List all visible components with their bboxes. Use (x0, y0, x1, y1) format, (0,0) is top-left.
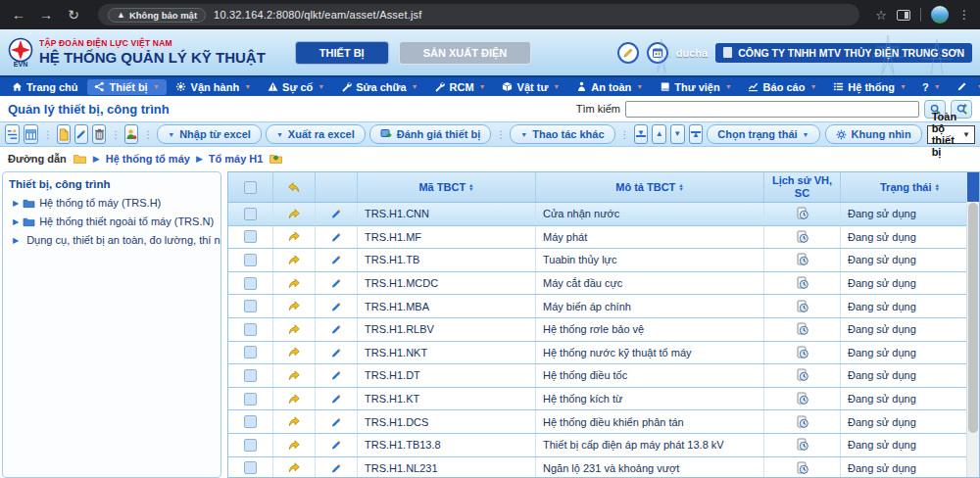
history-cell[interactable] (764, 272, 841, 295)
history-cell[interactable] (764, 410, 841, 433)
note-icon[interactable] (617, 42, 639, 64)
history-cell[interactable] (764, 318, 841, 341)
tree-item[interactable]: ▶ Hệ thống tổ máy (TRS.H) (13, 197, 215, 209)
history-cell[interactable] (764, 434, 841, 456)
table-row[interactable]: TRS.H1.TB13.8 Thiết bị cấp điện áp máy p… (228, 434, 966, 457)
goto-cell[interactable] (273, 434, 316, 456)
collapse-all-down-icon[interactable]: ▲ (689, 124, 704, 144)
tree-view-icon[interactable] (5, 124, 20, 144)
expand-caret-icon[interactable]: ▶ (13, 199, 19, 208)
table-row[interactable]: TRS.H1.DT Hệ thống điều tốc Đang sử dụng (228, 364, 966, 388)
table-row[interactable]: TRS.H1.MF Máy phát Đang sử dụng (228, 226, 966, 250)
row-checkbox-cell[interactable] (228, 249, 273, 271)
row-checkbox[interactable] (244, 300, 257, 312)
address-bar[interactable]: ▲Không bảo mật 10.32.164.2:8080/qlkt/eam… (98, 4, 859, 25)
row-checkbox[interactable] (244, 461, 257, 474)
tree-item[interactable]: ▶ Dụng cụ, thiết bị an toàn, đo lường, t… (13, 234, 215, 246)
delete-icon[interactable] (92, 124, 106, 144)
history-cell[interactable] (764, 249, 841, 271)
table-row[interactable]: TRS.H1.NL231 Ngăn lộ 231 và khoảng vượt … (228, 457, 966, 478)
sort-icon[interactable]: ▲▼ (468, 183, 473, 192)
history-cell[interactable] (764, 203, 841, 225)
row-checkbox-cell[interactable] (228, 388, 273, 410)
header-code[interactable]: Mã TBCT▲▼ (358, 172, 536, 202)
table-scrollbar[interactable] (966, 172, 979, 477)
collapse-all-up-icon[interactable]: ▼ (634, 124, 649, 144)
row-checkbox-cell[interactable] (228, 318, 273, 341)
history-cell[interactable] (764, 364, 841, 387)
move-up-icon[interactable]: ▲ (652, 124, 666, 144)
sort-icon[interactable]: ▲▼ (678, 183, 683, 192)
browser-forward-icon[interactable]: → (37, 7, 55, 23)
edit-cell[interactable] (316, 457, 358, 478)
url-text[interactable]: 10.32.164.2:8080/qlkt/eam/asset/Asset.js… (214, 9, 421, 21)
edit-cell[interactable] (316, 226, 358, 249)
nav-item-trang-ch-[interactable]: Trang chủ (4, 79, 85, 95)
edit-cell[interactable] (316, 318, 358, 341)
table-row[interactable]: TRS.H1.MCDC Máy cắt đầu cực Đang sử dụng (228, 272, 966, 296)
goto-cell[interactable] (273, 295, 316, 317)
search-input[interactable] (625, 101, 919, 118)
assess-equipment-button[interactable]: Đánh giá thiết bị (369, 124, 492, 144)
nav-item-b-o-c-o[interactable]: Báo cáo ▼ (741, 79, 824, 95)
table-row[interactable]: TRS.H1.MBA Máy biến áp chính Đang sử dụn… (228, 295, 966, 318)
bookmark-star-icon[interactable]: ☆ (875, 8, 887, 23)
history-cell[interactable] (764, 457, 841, 478)
goto-cell[interactable] (273, 410, 316, 433)
folder-icon[interactable] (73, 153, 87, 165)
nav-item-h-th-ng[interactable]: Hệ thống ▼ (825, 79, 913, 95)
goto-cell[interactable] (273, 388, 316, 410)
folder-marker-icon[interactable] (269, 153, 283, 165)
nav-item-th-vi-n[interactable]: Thư viện ▼ (652, 79, 738, 95)
other-actions-button[interactable]: ▼Thao tác khác (510, 124, 614, 144)
import-excel-button[interactable]: ▼Nhập từ excel (157, 124, 262, 144)
row-checkbox-cell[interactable] (228, 457, 273, 478)
history-cell[interactable] (764, 295, 841, 317)
row-checkbox-cell[interactable] (228, 272, 273, 295)
edit-cell[interactable] (316, 410, 358, 433)
profile-avatar[interactable] (931, 6, 949, 24)
header-status[interactable]: Trạng thái▲▼ (841, 172, 979, 202)
edit-cell[interactable] (316, 272, 358, 295)
nav-item-thi-t-b-[interactable]: Thiết bị ▼ (87, 79, 167, 95)
row-checkbox-cell[interactable] (228, 342, 273, 364)
nav-item-v-n-h-nh[interactable]: Vận hành ▼ (169, 79, 258, 95)
table-row[interactable]: TRS.H1.NKT Hệ thống nước kỹ thuật tổ máy… (228, 342, 966, 365)
side-panel-icon[interactable] (897, 10, 910, 21)
browser-menu-icon[interactable]: ⋮ (958, 8, 970, 22)
row-checkbox[interactable] (244, 230, 257, 243)
table-view-icon[interactable] (24, 124, 38, 144)
select-all-checkbox[interactable] (244, 181, 257, 194)
edit-cell[interactable] (316, 388, 358, 410)
row-checkbox[interactable] (244, 369, 257, 382)
nav-item-an-to-n[interactable]: An toàn ▼ (568, 79, 650, 95)
row-checkbox[interactable] (244, 415, 257, 428)
user-icon[interactable] (124, 124, 138, 144)
scope-select[interactable]: Toàn bộ thiết bị▼ (927, 125, 975, 144)
nav-item-s-c-[interactable]: Sự cố ▼ (260, 79, 331, 95)
goto-cell[interactable] (273, 364, 316, 387)
history-cell[interactable] (764, 388, 841, 410)
browser-reload-icon[interactable]: ↻ (65, 7, 82, 23)
nav-item-pencil[interactable]: ▼ (950, 79, 980, 95)
security-badge[interactable]: ▲Không bảo mật (108, 8, 206, 23)
edit-icon[interactable] (74, 124, 88, 144)
browser-back-icon[interactable]: ← (10, 7, 27, 23)
goto-cell[interactable] (273, 272, 316, 295)
breadcrumb-link-2[interactable]: Tổ máy H1 (209, 153, 264, 165)
nav-item-rcm[interactable]: RCM ▼ (427, 79, 493, 95)
goto-cell[interactable] (273, 203, 316, 225)
goto-cell[interactable] (273, 342, 316, 364)
expand-caret-icon[interactable]: ▶ (13, 217, 19, 226)
goto-cell[interactable] (273, 226, 316, 249)
table-row[interactable]: TRS.H1.CNN Cửa nhận nước Đang sử dụng (228, 203, 966, 226)
header-checkbox-cell[interactable] (228, 172, 273, 202)
row-checkbox[interactable] (244, 277, 257, 290)
scrollbar-thumb[interactable] (968, 203, 978, 433)
row-checkbox[interactable] (244, 393, 257, 406)
history-cell[interactable] (764, 226, 841, 249)
edit-cell[interactable] (316, 342, 358, 364)
history-cell[interactable] (764, 342, 841, 364)
export-excel-button[interactable]: ▼Xuất ra excel (266, 124, 366, 144)
choose-status-button[interactable]: Chọn trạng thái▼ (707, 124, 819, 144)
